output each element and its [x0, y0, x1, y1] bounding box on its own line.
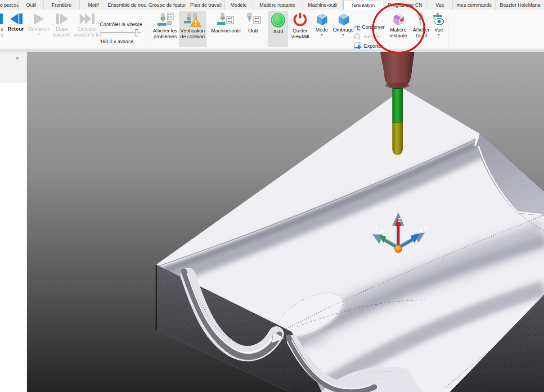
afficher-les-problemes-button[interactable]: Afficher les problèmes	[152, 11, 179, 47]
exporter-label: Exporter	[364, 43, 383, 49]
verification-label-1: Vérification	[180, 28, 205, 34]
tab-matiere-restante[interactable]: Matière restante	[253, 0, 302, 10]
view-eye-icon	[431, 12, 446, 27]
speed-slider-thumb[interactable]	[135, 29, 138, 36]
afficher-outil-label-1: Afficher	[413, 27, 429, 33]
panel-close-button[interactable]: ×	[16, 55, 19, 62]
explorer-panel-header: ×	[0, 52, 27, 83]
powermill-window: e parcou Outil Frontière Motif Ensemble …	[0, 0, 544, 392]
z-axis-label-2: Z	[398, 217, 401, 223]
x-axis-label: X	[424, 225, 427, 230]
matiere-restante-label-1: Matière	[390, 27, 407, 33]
mode-button[interactable]: Mode ▾	[312, 11, 331, 47]
demarrer-label: Démarrer	[28, 26, 49, 32]
afficher-problemes-label-1: Afficher les	[153, 28, 177, 34]
etape-suivante-label-2: suivante	[53, 32, 72, 38]
tab-plan-de-travail[interactable]: Plan de travail	[188, 0, 225, 10]
show-tool-icon	[414, 12, 428, 27]
keep-lock-icon	[353, 23, 360, 31]
tab-mes-commande[interactable]: mes commande	[453, 0, 496, 10]
executer-jusqua-la-fin-button[interactable]: Exécuter jusqu'à la fin	[74, 11, 101, 47]
block-shading-icon	[335, 12, 351, 27]
etape-suivante-label-1: Etape	[56, 26, 69, 32]
rest-material-block-icon	[390, 12, 406, 27]
verification-label-2: de collision	[180, 34, 205, 40]
afficher-problemes-label-2: problèmes	[153, 34, 176, 40]
executer-label-1: Exécuter	[77, 26, 97, 32]
quitter-viewmill-label-1: Quitter	[292, 28, 307, 34]
afficher-outil-button[interactable]: Afficher l'outil	[411, 11, 432, 47]
tab-ensemble-de-trous[interactable]: Ensemble de trou	[108, 0, 147, 10]
speed-slider[interactable]	[100, 32, 141, 33]
position-outil-label: Outil	[248, 28, 259, 34]
demarrer-button[interactable]: Démarrer ▾	[27, 11, 50, 47]
ribbon-tabbar: e parcou Outil Frontière Motif Ensemble …	[0, 0, 544, 10]
retour-au-debut-button[interactable]: u t	[0, 11, 4, 47]
tab-outil[interactable]: Outil	[19, 0, 44, 10]
tab-machine-outil[interactable]: Machine-outil	[303, 0, 343, 10]
quitter-viewmill-label-2: ViewMill	[291, 34, 309, 40]
tool-shank	[392, 88, 403, 123]
actif-label: Actif	[273, 29, 283, 35]
triad-origin-ball	[395, 245, 402, 253]
retour-button[interactable]: Retour	[5, 11, 27, 47]
ribbon: u t Retour Démarrer ▾ Etape suivante	[0, 10, 544, 49]
tab-parcours[interactable]: e parcou	[0, 0, 19, 10]
ombrage-button[interactable]: Ombrage ▾	[331, 11, 355, 47]
vue-button[interactable]: Vue ▾	[430, 11, 447, 47]
executer-label-2: jusqu'à la fin	[74, 32, 101, 38]
z-axis-label: Z	[394, 212, 397, 217]
skip-to-start-icon	[0, 12, 4, 26]
quitter-viewmill-button[interactable]: Quitter ViewMill	[289, 11, 311, 47]
simulation-scene: Z Z Y Y X X	[27, 52, 544, 392]
tool-tip	[392, 123, 403, 155]
step-forward-icon	[54, 12, 70, 26]
position-machine-outil-label: Machine-outil	[211, 28, 240, 34]
vue-dropdown-caret-icon: ▾	[438, 33, 440, 37]
demarrer-dropdown-caret-icon: ▾	[38, 32, 40, 36]
explorer-panel-body	[0, 84, 27, 392]
conserver-label: Conserver	[362, 24, 385, 30]
play-icon	[31, 12, 46, 26]
matiere-restante-label-2: restante	[389, 33, 407, 39]
tab-programme-cn[interactable]: Programme CN	[384, 0, 427, 10]
vue-label: Vue	[434, 27, 443, 33]
tab-groupe-de-features[interactable]: Groupe de featur	[148, 0, 187, 10]
power-off-icon	[292, 12, 308, 27]
position-machine-outil-button[interactable]: Machine-outil	[210, 11, 242, 47]
viewmill-3d-viewport[interactable]: Z Z Y Y X X	[27, 52, 544, 392]
ribbon-bottom-strip	[0, 49, 544, 52]
position-outil-button[interactable]: Outil	[243, 11, 264, 47]
ombrage-label: Ombrage	[333, 27, 354, 33]
viewmill-active-green-icon	[270, 12, 286, 28]
etape-suivante-button[interactable]: Etape suivante	[50, 11, 74, 47]
tab-modele[interactable]: Modèle	[225, 0, 252, 10]
ombrage-dropdown-caret-icon: ▾	[342, 33, 344, 37]
verification-de-collision-button[interactable]: Vérification de collision	[179, 11, 206, 47]
y-axis-label-2: Y	[380, 229, 384, 234]
retour-au-debut-label-2: t	[1, 32, 3, 38]
afficher-outil-label-2: l'outil	[416, 33, 427, 39]
conserver-button[interactable]: Conserver	[353, 23, 385, 32]
x-axis-label-2: X	[419, 228, 423, 233]
show-problems-icon	[157, 12, 174, 27]
tab-bezzier-holemanager[interactable]: Bezzier HoleMana	[496, 0, 544, 10]
retablir-button[interactable]: Rétablir	[353, 32, 385, 41]
y-axis-label: Y	[375, 225, 378, 230]
mode-dropdown-caret-icon: ▾	[321, 33, 323, 37]
tab-vue[interactable]: Vue	[427, 0, 453, 10]
step-back-icon	[8, 12, 24, 26]
run-to-end-icon	[78, 12, 96, 26]
tool-position-icon	[244, 12, 262, 27]
tab-motif[interactable]: Motif	[80, 0, 107, 10]
block-mode-icon	[314, 12, 330, 27]
restore-arrow-icon	[353, 33, 362, 40]
matiere-restante-button[interactable]: Matière restante	[386, 11, 410, 47]
speed-title: Contrôler la vitesse	[100, 22, 148, 27]
tab-simulation[interactable]: Simulation	[343, 0, 383, 10]
tab-frontiere[interactable]: Frontière	[44, 0, 80, 10]
viewmill-actif-button[interactable]: Actif	[268, 11, 288, 47]
mode-label: Mode	[315, 27, 328, 33]
collision-check-warning-icon	[184, 12, 202, 27]
speed-value: 160.0 x avance	[100, 39, 148, 44]
